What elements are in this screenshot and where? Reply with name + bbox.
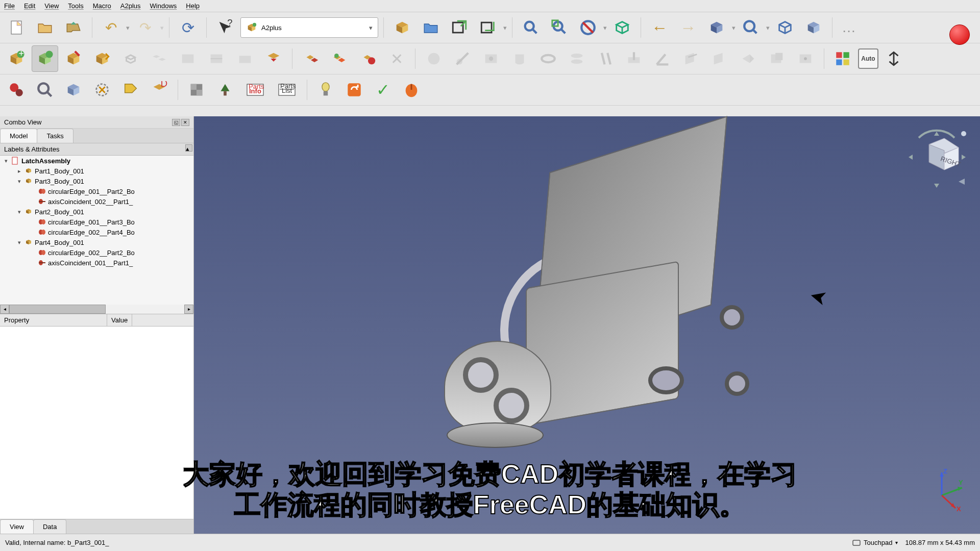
constraint-tools-button[interactable] bbox=[829, 45, 856, 72]
new-doc-button[interactable] bbox=[3, 14, 30, 41]
tree-hscroll[interactable]: ◂ ▸ bbox=[0, 305, 193, 314]
auto-constraint-button[interactable]: Auto bbox=[858, 48, 878, 69]
dof-button[interactable] bbox=[89, 77, 115, 103]
plane-normal-button[interactable] bbox=[764, 45, 790, 72]
circular-edge-button[interactable] bbox=[535, 45, 561, 72]
menu-macro[interactable]: Macro bbox=[93, 2, 111, 10]
tree-row[interactable]: ▾Part2_Body_001 bbox=[0, 207, 193, 217]
create-group-button[interactable] bbox=[418, 14, 444, 41]
tree-row[interactable]: ▾Part4_Body_001 bbox=[0, 237, 193, 247]
fit-all-button[interactable] bbox=[518, 14, 544, 41]
3d-model[interactable] bbox=[419, 147, 750, 484]
part-gear-button[interactable] bbox=[60, 77, 87, 103]
menu-file[interactable]: File bbox=[4, 2, 15, 10]
toggle-transp-button[interactable] bbox=[326, 45, 353, 72]
tree-row[interactable]: ▸Part1_Body_001 bbox=[0, 166, 193, 176]
draw-style-button[interactable] bbox=[575, 14, 601, 41]
link-dropdown-icon[interactable]: ▾ bbox=[503, 24, 507, 32]
whats-this-button[interactable]: ? bbox=[212, 14, 238, 41]
panel-float-button[interactable]: ◱ bbox=[172, 119, 180, 126]
move-part-button[interactable] bbox=[117, 45, 144, 72]
wireframe-view-button[interactable] bbox=[772, 14, 798, 41]
toggle-autosolve-button[interactable] bbox=[355, 45, 381, 72]
planes-parallel-button[interactable] bbox=[678, 45, 704, 72]
navigation-cube[interactable]: RIGHT bbox=[903, 127, 970, 193]
tab-tasks[interactable]: Tasks bbox=[37, 129, 73, 143]
expand-arrow-icon[interactable]: ▾ bbox=[16, 178, 22, 185]
delete-constraint-button[interactable]: ✕ bbox=[383, 45, 410, 72]
zoom-button[interactable] bbox=[738, 14, 764, 41]
reload-parts-button[interactable] bbox=[341, 77, 368, 103]
plane-coincident-button[interactable] bbox=[706, 45, 733, 72]
undo-dropdown-icon[interactable]: ▾ bbox=[126, 24, 130, 32]
fit-sel-button[interactable] bbox=[546, 14, 573, 41]
axis-plane-button[interactable] bbox=[621, 45, 647, 72]
axis-parallel-button[interactable] bbox=[592, 45, 619, 72]
tree-row[interactable]: ▾Part3_Body_001 bbox=[0, 176, 193, 186]
add-shape-button[interactable] bbox=[32, 45, 58, 72]
search-parts-button[interactable] bbox=[32, 77, 58, 103]
tab-model[interactable]: Model bbox=[0, 129, 37, 143]
cm-button[interactable] bbox=[792, 45, 819, 72]
property-col-header[interactable]: Property bbox=[0, 314, 107, 326]
check-button[interactable]: ✓ bbox=[370, 77, 396, 103]
toggle-mouse-button[interactable] bbox=[398, 77, 425, 103]
toolbar-overflow-button[interactable]: … bbox=[838, 19, 860, 36]
lamp-button[interactable] bbox=[312, 77, 339, 103]
menu-a2plus[interactable]: A2plus bbox=[120, 2, 141, 10]
expand-arrow-icon[interactable]: ▸ bbox=[16, 168, 22, 174]
label-button[interactable] bbox=[117, 77, 144, 103]
menu-view[interactable]: View bbox=[44, 2, 59, 10]
axis-coincident-button[interactable] bbox=[564, 45, 590, 72]
tab-view[interactable]: View bbox=[0, 519, 34, 534]
constraint-2-button[interactable] bbox=[203, 45, 230, 72]
flip-button[interactable] bbox=[880, 45, 907, 72]
angled-planes-button[interactable] bbox=[735, 45, 762, 72]
undo-button[interactable]: ↶ bbox=[97, 14, 124, 41]
expand-arrow-icon[interactable]: ▾ bbox=[3, 158, 9, 164]
menu-windows[interactable]: Windows bbox=[150, 2, 177, 10]
scroll-thumb[interactable] bbox=[9, 305, 106, 314]
drawstyle-dropdown-icon[interactable]: ▾ bbox=[603, 24, 607, 32]
nav-back-button[interactable]: ← bbox=[646, 14, 673, 41]
gears-button[interactable] bbox=[3, 77, 30, 103]
expand-arrow-icon[interactable]: ▾ bbox=[16, 239, 22, 246]
solve-button[interactable] bbox=[298, 45, 324, 72]
point-on-plane-button[interactable] bbox=[478, 45, 504, 72]
menu-tools[interactable]: Tools bbox=[68, 2, 83, 10]
refresh-button[interactable]: ⟳ bbox=[175, 14, 201, 41]
redo-button[interactable]: ↷ bbox=[132, 14, 158, 41]
workbench-selector[interactable]: A2plus ▾ bbox=[240, 17, 378, 38]
tree-row[interactable]: circularEdge_002__Part4_Bo bbox=[0, 227, 193, 237]
panel-close-button[interactable]: ✕ bbox=[181, 119, 189, 126]
point-on-line-button[interactable] bbox=[449, 45, 476, 72]
tree-row[interactable]: circularEdge_001__Part2_Bo bbox=[0, 186, 193, 196]
add-part-button[interactable]: + bbox=[3, 45, 30, 72]
open-button[interactable] bbox=[32, 14, 58, 41]
tree-row[interactable]: circularEdge_001__Part3_Bo bbox=[0, 217, 193, 227]
tree-row[interactable]: axisCoincident_002__Part1_ bbox=[0, 196, 193, 207]
duplicate-part-button[interactable] bbox=[146, 45, 173, 72]
link-button[interactable] bbox=[446, 14, 473, 41]
axis-angle-button[interactable] bbox=[649, 45, 676, 72]
link-actions-button[interactable] bbox=[475, 14, 501, 41]
create-part-button[interactable] bbox=[389, 14, 415, 41]
parts-list-button[interactable]: PartsList bbox=[272, 77, 302, 103]
redo-dropdown-icon[interactable]: ▾ bbox=[160, 24, 164, 32]
point-id-button[interactable] bbox=[421, 45, 447, 72]
scroll-right-button[interactable]: ▸ bbox=[184, 305, 193, 314]
expand-arrow-icon[interactable]: ▾ bbox=[16, 209, 22, 215]
nav-style-button[interactable]: Touchpad ▾ bbox=[852, 539, 898, 546]
hierarchy-button[interactable]: DOF bbox=[146, 77, 173, 103]
puzzle-button[interactable] bbox=[183, 77, 210, 103]
tree-row[interactable]: axisCoincident_001__Part1_ bbox=[0, 258, 193, 268]
shaded-view-button[interactable] bbox=[800, 14, 827, 41]
model-tree[interactable]: ▾ LatchAssembly ▸Part1_Body_001▾Part3_Bo… bbox=[0, 156, 193, 314]
constraint-3-button[interactable] bbox=[232, 45, 258, 72]
menu-help[interactable]: Help bbox=[186, 2, 200, 10]
value-col-header[interactable]: Value bbox=[107, 314, 132, 326]
bbox-button[interactable] bbox=[609, 14, 635, 41]
edit-part-button[interactable] bbox=[60, 45, 87, 72]
sphere-button[interactable] bbox=[506, 45, 533, 72]
save-button[interactable] bbox=[60, 14, 87, 41]
